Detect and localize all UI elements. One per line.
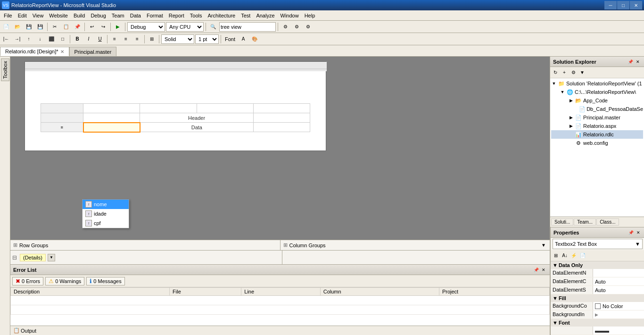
format-btn5[interactable]: ⬛ (46, 34, 57, 44)
border-size-dropdown[interactable]: 1 pt 2 pt 3 pt (195, 34, 219, 44)
tab-relatorio-rdlc[interactable]: Relatorio.rdlc [Design]* ✕ (0, 47, 69, 56)
border-btn[interactable]: ⊞ (147, 34, 157, 44)
details-dropdown[interactable]: ▼ (48, 254, 55, 261)
solution-close-btn[interactable]: ✕ (635, 59, 641, 65)
menu-data[interactable]: Data (127, 11, 144, 20)
menu-tools[interactable]: Tools (187, 11, 205, 20)
prop-pages-btn[interactable]: 📄 (578, 251, 587, 260)
paste-button[interactable]: 📌 (72, 22, 83, 32)
tab-relatorio-close[interactable]: ✕ (60, 49, 64, 54)
minimize-button[interactable]: ─ (604, 1, 617, 9)
solution-expand-icon[interactable]: ▼ (551, 81, 557, 86)
field-item-cpf[interactable]: f cpf (83, 218, 129, 228)
menu-edit[interactable]: Edit (15, 11, 30, 20)
menu-view[interactable]: View (30, 11, 47, 20)
errors-badge[interactable]: ✖ 0 Errors (12, 277, 43, 285)
align-left-button[interactable]: ≡ (109, 34, 120, 44)
menu-window[interactable]: Window (278, 11, 302, 20)
tree-project[interactable]: ▼ 🌐 C:\...\RelatorioReportView\ (551, 88, 643, 96)
bold-button[interactable]: B (72, 34, 83, 44)
explorer-refresh-btn[interactable]: ↻ (551, 68, 560, 77)
search-input[interactable] (219, 22, 276, 32)
prop-alpha-view-btn[interactable]: A↓ (561, 251, 569, 260)
warnings-badge[interactable]: ⚠ 0 Warnings (45, 277, 84, 285)
debug-config-dropdown[interactable]: Debug Release (127, 22, 165, 32)
app-code-expand-icon[interactable]: ▶ (568, 98, 574, 103)
prop-category-view-btn[interactable]: ⊞ (552, 251, 560, 260)
tab-principal-master[interactable]: Principal.master (69, 47, 117, 56)
error-list-pin[interactable]: 📌 (533, 267, 539, 273)
solution-pin-btn[interactable]: 📌 (627, 59, 634, 65)
props-pin-btn[interactable]: 📌 (627, 229, 634, 236)
platform-dropdown[interactable]: Any CPU x86 x64 (166, 22, 204, 32)
project-expand-icon[interactable]: ▼ (560, 89, 565, 95)
output-button[interactable]: 📋 Output (13, 327, 36, 334)
explorer-props-btn[interactable]: ⚙ (569, 68, 578, 77)
menu-debug[interactable]: Debug (88, 11, 108, 20)
save-button[interactable]: 💾 (24, 22, 34, 32)
italic-button[interactable]: I (83, 34, 94, 44)
search-icon[interactable]: 🔍 (208, 22, 218, 32)
redo-button[interactable]: ↪ (98, 22, 108, 32)
toolbar-misc-btn1[interactable]: ⚙ (280, 22, 290, 32)
column-groups-expand[interactable]: ▼ (540, 242, 547, 249)
format-btn3[interactable]: ↑ (24, 34, 34, 44)
master-expand-icon[interactable]: ▶ (568, 115, 574, 120)
tree-app-code[interactable]: ▶ 📂 App_Code (551, 96, 643, 105)
menu-test[interactable]: Test (238, 11, 253, 20)
menu-analyze[interactable]: Analyze (253, 11, 277, 20)
menu-report[interactable]: Report (166, 11, 187, 20)
bg-color-btn[interactable]: 🎨 (249, 34, 260, 44)
cut-button[interactable]: ✂ (50, 22, 60, 32)
tab-class[interactable]: Class... (596, 218, 619, 226)
border-style-dropdown[interactable]: Solid Dashed Dotted (161, 34, 194, 44)
toolbar-misc-btn3[interactable]: ⚙ (303, 22, 313, 32)
format-btn2[interactable]: →| (12, 34, 23, 44)
format-btn4[interactable]: ↓ (35, 34, 45, 44)
messages-badge[interactable]: ℹ 0 Messages (86, 277, 124, 285)
explorer-new-btn[interactable]: + (560, 68, 569, 77)
props-close-btn[interactable]: ✕ (635, 229, 642, 236)
aspx-expand-icon[interactable]: ▶ (568, 123, 574, 129)
font-color-btn[interactable]: A (238, 34, 248, 44)
active-data-cell[interactable] (83, 123, 140, 132)
tab-team[interactable]: Team... (574, 218, 596, 226)
undo-button[interactable]: ↩ (87, 22, 97, 32)
align-right-button[interactable]: ≡ (132, 34, 142, 44)
underline-button[interactable]: U (95, 34, 105, 44)
tree-rdlc-file[interactable]: 📊 Relatorio.rdlc (551, 130, 643, 139)
menu-file[interactable]: File (1, 11, 15, 20)
section-data-only[interactable]: ▼ Data Only (551, 261, 644, 269)
align-center-button[interactable]: ≡ (121, 34, 131, 44)
toolbox-label[interactable]: Toolbox (1, 59, 9, 81)
format-btn1[interactable]: |← (1, 34, 11, 44)
close-button[interactable]: ✕ (630, 1, 642, 9)
explorer-filter-btn[interactable]: ▼ (578, 68, 586, 77)
error-list-close[interactable]: ✕ (540, 267, 547, 273)
property-object-selector[interactable]: Textbox2 Text Box ▼ (553, 239, 643, 249)
section-fill[interactable]: ▼ Fill (551, 294, 644, 302)
field-item-idade[interactable]: f idade (83, 209, 129, 218)
menu-format[interactable]: Format (144, 11, 166, 20)
tab-solution[interactable]: Soluti... (551, 218, 573, 226)
format-btn6[interactable]: □ (58, 34, 68, 44)
menu-website[interactable]: Website (46, 11, 71, 20)
new-button[interactable]: 📄 (1, 22, 11, 32)
tree-config-file[interactable]: ⚙ web.config (551, 139, 643, 147)
data-cell[interactable]: Data (140, 123, 254, 132)
bg-image-expand[interactable]: ▶ (595, 312, 598, 317)
field-item-nome[interactable]: f nome (83, 200, 129, 209)
tree-db-file[interactable]: 📄 Db_Cad_PessoaDataSe (551, 105, 643, 113)
header-cell[interactable]: Header (140, 113, 254, 123)
tree-aspx-file[interactable]: ▶ 📄 Relatorio.aspx (551, 122, 643, 130)
open-button[interactable]: 📂 (12, 22, 23, 32)
save-all-button[interactable]: 💾 (35, 22, 45, 32)
start-button[interactable]: ▶ (113, 22, 123, 32)
toolbar-misc-btn2[interactable]: ⚙ (291, 22, 302, 32)
prop-events-btn[interactable]: ⚡ (570, 251, 578, 260)
menu-team[interactable]: Team (109, 11, 127, 20)
tree-master-file[interactable]: ▶ 📄 Principal.master (551, 113, 643, 122)
menu-help[interactable]: Help (302, 11, 318, 20)
copy-button[interactable]: 📋 (61, 22, 71, 32)
menu-architecture[interactable]: Architecture (205, 11, 239, 20)
